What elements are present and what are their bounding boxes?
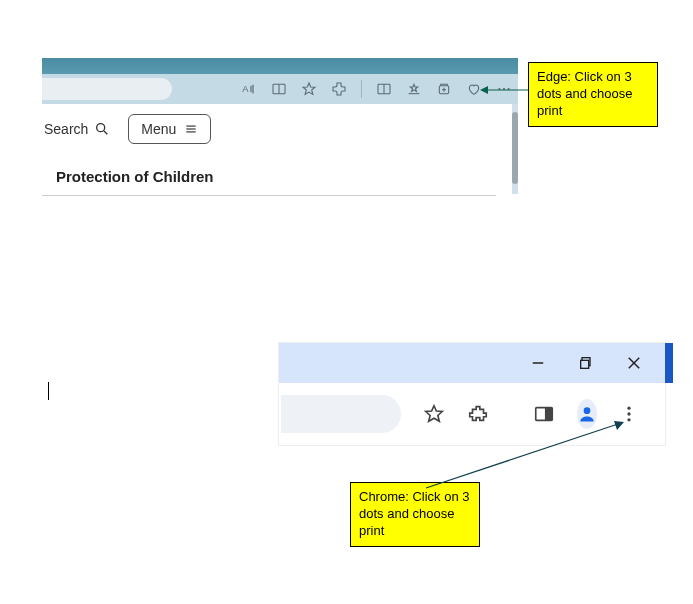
window-accent-strip [665,343,673,383]
maximize-icon[interactable] [577,354,595,372]
svg-point-14 [97,124,105,132]
extensions-icon[interactable] [331,81,347,97]
search-label: Search [44,121,88,137]
edge-page-content: Search Menu Protection of Children [42,104,518,194]
edge-callout-note: Edge: Click on 3 dots and choose print [528,62,658,127]
text-cursor [48,382,49,400]
menu-label: Menu [141,121,176,137]
chrome-window-titlebar [279,343,665,383]
edge-callout-arrow [480,84,532,96]
scrollbar-thumb[interactable] [512,112,518,184]
svg-marker-20 [480,86,488,94]
minimize-icon[interactable] [529,354,547,372]
svg-point-29 [584,407,591,414]
chrome-callout-arrow [420,418,630,498]
svg-marker-6 [410,84,417,91]
page-heading: Protection of Children [56,168,496,185]
edge-browser-screenshot: A Search [42,58,518,194]
favorites-list-icon[interactable] [406,81,422,97]
edge-window-titlebar [42,58,518,74]
chrome-address-bar-fragment[interactable] [281,395,401,433]
page-search-button[interactable]: Search [44,121,110,137]
svg-marker-3 [303,83,315,94]
page-menu-button[interactable]: Menu [128,114,211,144]
svg-point-31 [627,412,630,415]
svg-text:A: A [242,84,249,94]
hamburger-icon [184,122,198,136]
svg-line-15 [104,131,107,134]
svg-line-33 [426,424,618,488]
edge-address-bar-fragment[interactable] [42,78,172,100]
content-divider [42,195,496,196]
callout-text: Edge: Click on 3 dots and choose print [537,69,632,118]
toolbar-separator [361,80,362,98]
immersive-reader-icon[interactable] [271,81,287,97]
close-icon[interactable] [625,354,643,372]
svg-point-30 [627,407,630,410]
read-aloud-icon[interactable]: A [241,81,257,97]
svg-marker-34 [614,421,624,430]
split-screen-icon[interactable] [376,81,392,97]
collections-icon[interactable] [436,81,452,97]
favorite-star-icon[interactable] [301,81,317,97]
svg-rect-23 [581,360,589,368]
edge-toolbar: A [42,74,518,104]
search-icon [94,121,110,137]
